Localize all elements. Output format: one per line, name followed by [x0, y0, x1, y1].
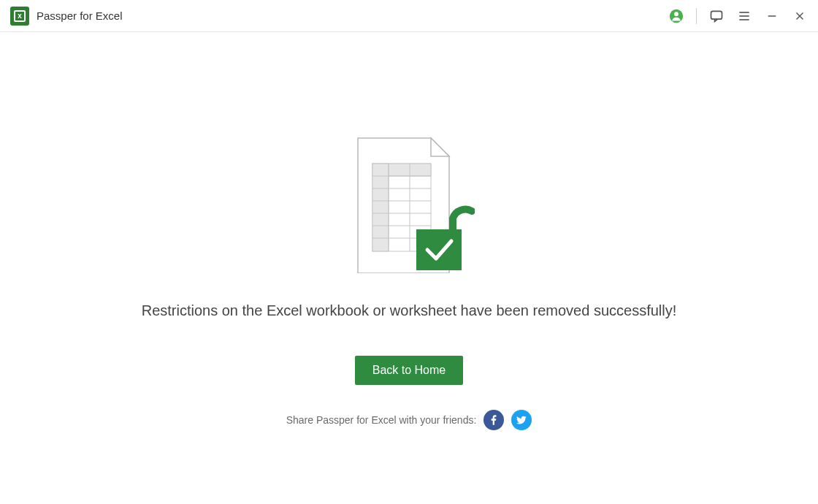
share-label: Share Passper for Excel with your friend…	[286, 414, 477, 426]
success-illustration	[343, 134, 475, 273]
back-to-home-button[interactable]: Back to Home	[355, 356, 463, 385]
close-button[interactable]	[792, 8, 808, 24]
feedback-icon[interactable]	[708, 8, 725, 24]
twitter-share-button[interactable]	[511, 410, 532, 430]
app-logo-icon: x	[10, 7, 29, 26]
menu-icon[interactable]	[736, 8, 752, 24]
window-controls	[668, 8, 808, 24]
main-content: Restrictions on the Excel workbook or wo…	[0, 32, 818, 504]
minimize-button[interactable]	[764, 8, 780, 24]
facebook-share-button[interactable]	[483, 410, 504, 430]
svg-point-1	[674, 12, 679, 16]
account-icon[interactable]	[668, 8, 684, 24]
svg-marker-10	[431, 138, 449, 156]
share-row: Share Passper for Excel with your friend…	[286, 410, 532, 430]
svg-rect-22	[416, 229, 462, 270]
separator	[696, 8, 697, 24]
titlebar: x Passper for Excel	[0, 0, 818, 32]
app-title: Passper for Excel	[37, 9, 123, 22]
status-message: Restrictions on the Excel workbook or wo…	[142, 302, 677, 319]
svg-rect-2	[711, 11, 722, 19]
